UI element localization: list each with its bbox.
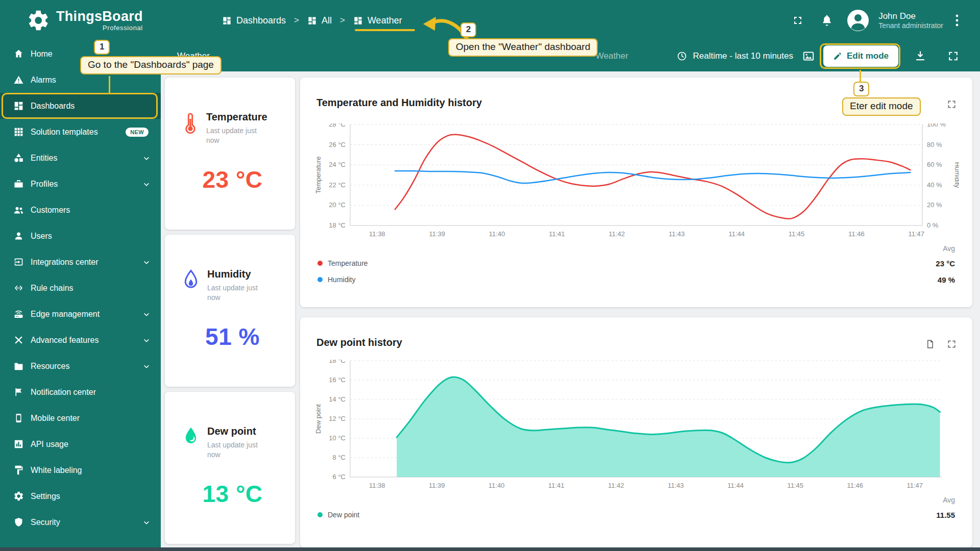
chevron-down-icon: [141, 309, 152, 319]
sidebar-item-advanced-features[interactable]: Advanced features: [0, 327, 161, 353]
edit-mode-button[interactable]: Edit mode: [823, 45, 898, 67]
sidebar-item-notification-center[interactable]: Notification center: [0, 379, 161, 405]
sidebar-item-label: Rule chains: [31, 284, 74, 293]
sidebar-item-dashboards[interactable]: Dashboards: [0, 93, 161, 119]
sidebar-item-api-usage[interactable]: API usage: [0, 431, 161, 457]
card-subtitle: Last update just now: [206, 126, 272, 145]
dew-point-card[interactable]: Dew point Last update just now 13 °C: [165, 392, 295, 544]
history-clock-icon: [676, 51, 688, 62]
fullscreen-icon[interactable]: [947, 50, 960, 63]
sidebar-item-users[interactable]: Users: [0, 223, 161, 249]
svg-text:11:41: 11:41: [548, 482, 565, 489]
svg-text:18 °C: 18 °C: [329, 221, 346, 229]
dashboards-icon: [13, 101, 24, 111]
export-data-icon[interactable]: [925, 339, 935, 349]
sidebar-item-home[interactable]: Home: [0, 41, 161, 67]
templates-icon: [13, 127, 24, 137]
avg-value: 23 °C: [936, 255, 955, 271]
sidebar-item-label: Alarms: [31, 76, 56, 85]
sidebar-item-mobile-center[interactable]: Mobile center: [0, 405, 161, 431]
whitelabel-icon: [13, 465, 24, 475]
dew-point-chart: 6 °C8 °C10 °C12 °C14 °C16 °C18 °CDew poi…: [313, 360, 959, 493]
sidebar-item-label: Settings: [31, 492, 60, 501]
temperature-card[interactable]: Temperature Last update just now 23 °C: [165, 78, 295, 230]
breadcrumb-all[interactable]: All: [307, 15, 332, 26]
users-icon: [13, 231, 24, 241]
more-vert-icon[interactable]: [954, 14, 960, 27]
legend-dot: [317, 512, 323, 517]
breadcrumb-weather[interactable]: Weather: [353, 15, 402, 26]
breadcrumb-dashboards[interactable]: Dashboards: [222, 15, 286, 26]
sidebar-item-settings[interactable]: Settings: [0, 483, 161, 509]
sidebar-item-alarms[interactable]: Alarms: [0, 67, 161, 93]
user-name: John Doe: [878, 11, 943, 21]
header-actions: John Doe Tenant administrator: [792, 0, 960, 41]
dashboard-state-label: Weather: [596, 51, 628, 61]
sidebar-item-customers[interactable]: Customers: [0, 197, 161, 223]
svg-text:8 °C: 8 °C: [333, 454, 346, 461]
sidebar-item-solution-templates[interactable]: Solution templatesNEW: [0, 119, 161, 145]
svg-text:26 °C: 26 °C: [329, 141, 346, 148]
download-icon[interactable]: [914, 49, 927, 63]
svg-text:40 %: 40 %: [927, 181, 942, 189]
svg-text:Humidity: Humidity: [953, 162, 959, 188]
timewindow-button[interactable]: Realtime - last 10 minutes: [676, 51, 793, 62]
sidebar-item-label: Solution templates: [31, 128, 98, 137]
breadcrumb-separator: >: [340, 15, 345, 26]
chart-legend: TemperatureHumidity Avg23 °C49 %: [300, 242, 972, 288]
rules-icon: [13, 283, 24, 293]
svg-text:11:47: 11:47: [908, 230, 924, 238]
sidebar-item-edge-management[interactable]: Edge management: [0, 301, 161, 327]
sidebar-item-resources[interactable]: Resources: [0, 353, 161, 379]
legend-label: Temperature: [328, 259, 368, 267]
sidebar-item-security[interactable]: Security: [0, 509, 161, 535]
customers-icon: [13, 205, 24, 215]
dew-drop-icon: [182, 425, 200, 447]
image-icon[interactable]: [802, 49, 815, 63]
avg-value: 11.55: [936, 507, 955, 523]
card-title: Humidity: [207, 268, 273, 280]
fullscreen-icon[interactable]: [792, 14, 804, 27]
legend-item[interactable]: Dew point: [317, 507, 359, 523]
bottom-strip: [0, 547, 980, 551]
security-icon: [13, 517, 24, 528]
settings-icon: [13, 491, 24, 502]
sidebar-item-label: Users: [31, 232, 52, 241]
sidebar-item-label: Notification center: [31, 388, 96, 397]
dew-point-value: 13 °C: [182, 480, 283, 508]
avg-header: Avg: [936, 493, 955, 507]
integrations-icon: [13, 257, 24, 267]
svg-text:14 °C: 14 °C: [329, 395, 346, 403]
sidebar-item-rule-chains[interactable]: Rule chains: [0, 275, 161, 301]
sidebar-item-integrations-center[interactable]: Integrations center: [0, 249, 161, 275]
breadcrumb-separator: >: [294, 15, 299, 26]
thingsboard-logo-icon: [27, 9, 50, 32]
sidebar-item-white-labeling[interactable]: White labeling: [0, 457, 161, 483]
notifications-bell-icon[interactable]: [820, 14, 834, 27]
dashboards-icon: [353, 16, 363, 26]
sidebar-item-profiles[interactable]: Profiles: [0, 171, 161, 197]
dashboard-content: Temperature Last update just now 23 °C H…: [161, 71, 980, 547]
svg-text:11:45: 11:45: [789, 230, 805, 238]
sidebar-item-entities[interactable]: Entities: [0, 145, 161, 171]
legend-item[interactable]: Temperature: [317, 255, 368, 271]
top-header: ThingsBoard Professional Dashboards > Al…: [0, 0, 980, 41]
profiles-icon: [13, 179, 24, 189]
sidebar-item-label: API usage: [31, 440, 68, 449]
edge-icon: [13, 309, 24, 319]
advanced-icon: [13, 335, 24, 345]
expand-fullscreen-icon[interactable]: [946, 339, 957, 349]
svg-text:Temperature: Temperature: [314, 157, 322, 194]
legend-item[interactable]: Humidity: [317, 271, 368, 288]
brand: ThingsBoard Professional: [27, 9, 143, 32]
dashboards-icon: [222, 16, 232, 26]
avatar[interactable]: [847, 9, 869, 32]
svg-text:11:38: 11:38: [369, 482, 385, 489]
chart-legend: Dew point Avg11.55: [300, 493, 972, 523]
expand-fullscreen-icon[interactable]: [946, 99, 957, 110]
humidity-card[interactable]: Humidity Last update just now 51 %: [165, 235, 295, 387]
dashboard-title: Weather: [177, 51, 210, 61]
svg-text:11:46: 11:46: [847, 482, 863, 489]
temperature-humidity-chart-card: Temperature and Humidity history 18 °C20…: [300, 78, 972, 307]
legend-dot: [317, 277, 323, 282]
